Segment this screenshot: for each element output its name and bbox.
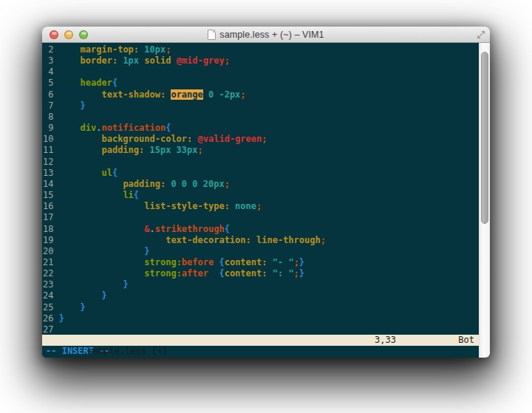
line-number: 23 [43, 279, 59, 290]
title-bar[interactable]: sample.less + (~) – VIM1 ⤢ [42, 27, 490, 43]
line-number: 24 [43, 290, 59, 301]
code-lines: 2 margin-top: 10px;3 border: 1px solid @… [42, 44, 479, 335]
line-number: 10 [43, 134, 59, 145]
line-number: 6 [43, 89, 59, 100]
editor-column: 2 margin-top: 10px;3 border: 1px solid @… [42, 43, 479, 358]
line-number: 2 [43, 44, 59, 55]
title-group: sample.less + (~) – VIM1 [208, 30, 324, 40]
code-line[interactable]: 20 } [42, 246, 479, 257]
line-number: 3 [43, 55, 59, 66]
code-line[interactable]: 17 [42, 212, 479, 223]
code-line[interactable]: 11 padding: 15px 33px; [42, 145, 479, 156]
code-line[interactable]: 25 } [42, 302, 479, 313]
code-line[interactable]: 7 } [42, 100, 479, 112]
line-number: 22 [43, 268, 59, 279]
code-line[interactable]: 26} [42, 313, 479, 324]
code-line[interactable]: 22 strong:after {content: ": ";} [42, 268, 479, 279]
code-line[interactable]: 14 padding: 0 0 0 20px; [42, 179, 479, 190]
line-number: 18 [43, 224, 59, 235]
scrollbar-thumb[interactable] [481, 52, 488, 224]
code-line[interactable]: 16 list-style-type: none; [42, 201, 479, 212]
line-number: 4 [43, 66, 59, 78]
close-button[interactable] [50, 30, 58, 39]
line-number: 7 [43, 100, 59, 112]
code-line[interactable]: 4 [42, 66, 479, 78]
statusbar-ruler: 3,33 [375, 335, 396, 346]
code-line[interactable]: 27 [42, 324, 479, 335]
scrollbar-track[interactable] [479, 43, 490, 358]
line-number: 12 [43, 157, 59, 168]
line-number: 25 [43, 302, 59, 313]
minimize-button[interactable] [64, 30, 73, 39]
document-icon [208, 30, 216, 40]
line-number: 13 [43, 168, 59, 179]
code-line[interactable]: 8 [42, 112, 479, 123]
window-title: sample.less + (~) – VIM1 [219, 30, 324, 40]
window-content: 2 margin-top: 10px;3 border: 1px solid @… [42, 43, 490, 358]
line-number: 17 [43, 212, 59, 223]
line-number: 27 [43, 324, 59, 335]
code-line[interactable]: 10 background-color: @valid-green; [42, 134, 479, 145]
line-number: 20 [43, 246, 59, 257]
line-number: 5 [43, 78, 59, 89]
line-number: 21 [43, 257, 59, 268]
line-number: 9 [43, 123, 59, 134]
code-line[interactable]: 9 div.notification{ [42, 123, 479, 134]
code-line[interactable]: 3 border: 1px solid @mid-grey; [42, 55, 479, 66]
code-line[interactable]: 19 text-decoration: line-through; [42, 235, 479, 246]
statusbar-position: Bot [458, 335, 474, 346]
fullscreen-icon[interactable]: ⤢ [477, 29, 485, 41]
status-bar: sample.less [+] 3,33 Bot [42, 335, 479, 346]
line-number: 16 [43, 201, 59, 212]
zoom-button[interactable] [79, 30, 88, 39]
line-number: 15 [43, 190, 59, 201]
code-line[interactable]: 18 &.strikethrough{ [42, 224, 479, 235]
code-editor[interactable]: 2 margin-top: 10px;3 border: 1px solid @… [42, 43, 479, 335]
line-number: 19 [43, 235, 59, 246]
statusbar-filename: sample.less [+] [88, 346, 168, 356]
code-line[interactable]: 23 } [42, 279, 479, 290]
line-number: 11 [43, 145, 59, 156]
code-line[interactable]: 2 margin-top: 10px; [42, 44, 479, 55]
traffic-lights [50, 27, 88, 43]
code-line[interactable]: 24 } [42, 290, 479, 301]
line-number: 8 [43, 112, 59, 123]
vim-window: sample.less + (~) – VIM1 ⤢ 2 margin-top:… [42, 27, 490, 358]
code-line[interactable]: 6 text-shadow: orange 0 -2px; [42, 89, 479, 100]
line-number: 26 [43, 313, 59, 324]
line-number: 14 [43, 179, 59, 190]
code-line[interactable]: 13 ul{ [42, 168, 479, 179]
code-line[interactable]: 21 strong:before {content: "- ";} [42, 257, 479, 268]
code-line[interactable]: 15 li{ [42, 190, 479, 201]
code-line[interactable]: 12 [42, 157, 479, 168]
code-line[interactable]: 5 header{ [42, 78, 479, 89]
